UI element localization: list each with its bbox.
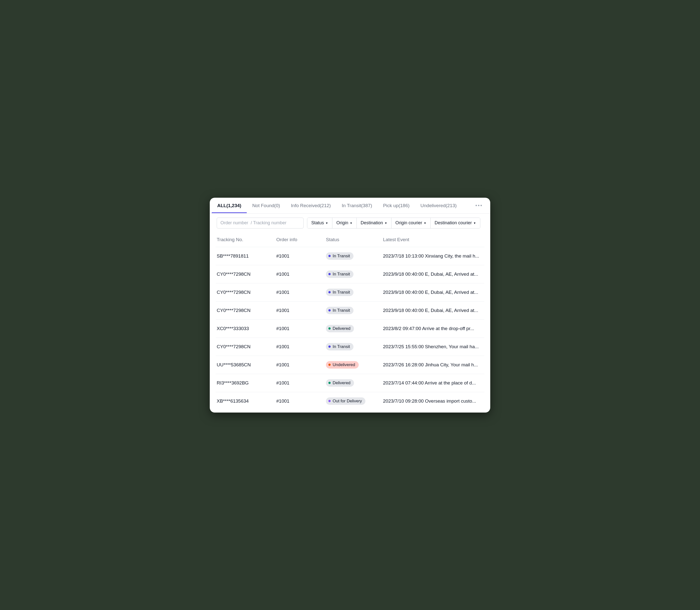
filter-status-label: Status xyxy=(311,220,324,226)
table-row[interactable]: CY0****7298CN#1001In Transit2023/9/18 00… xyxy=(216,283,484,301)
cell-status: In Transit xyxy=(326,343,383,351)
filter-origin[interactable]: Origin ▼ xyxy=(332,218,356,228)
status-label: Delivered xyxy=(333,381,350,385)
table-row[interactable]: CY0****7298CN#1001In Transit2023/7/25 15… xyxy=(216,338,484,356)
caret-down-icon: ▼ xyxy=(424,222,427,225)
filter-destination[interactable]: Destination ▼ xyxy=(356,218,391,228)
caret-down-icon: ▼ xyxy=(326,222,328,225)
status-badge: Delivered xyxy=(326,379,354,387)
cell-tracking: UU****53685CN xyxy=(217,362,276,368)
status-badge: In Transit xyxy=(326,271,353,278)
status-dot-icon xyxy=(329,327,331,330)
cell-event: 2023/9/18 00:40:00 E, Dubai, AE, Arrived… xyxy=(383,290,483,295)
table-row[interactable]: XC0****333033#1001Delivered2023/8/2 09:4… xyxy=(216,319,484,338)
status-label: In Transit xyxy=(333,290,350,295)
cell-order: #1001 xyxy=(276,326,326,331)
cell-tracking: RI3****3692BG xyxy=(217,380,276,386)
cell-status: In Transit xyxy=(326,271,383,278)
status-badge: In Transit xyxy=(326,252,353,260)
cell-event: 2023/7/26 16:28:00 Jinhua City, Your mai… xyxy=(383,362,483,368)
tab-in-transit[interactable]: In Transit(387) xyxy=(336,198,378,213)
cell-status: In Transit xyxy=(326,307,383,314)
cell-status: In Transit xyxy=(326,289,383,296)
filter-status[interactable]: Status ▼ xyxy=(307,218,332,228)
status-dot-icon xyxy=(329,255,331,257)
cell-status: Delivered xyxy=(326,379,383,387)
cell-status: Undelivered xyxy=(326,361,383,369)
tabs-bar: ALL(1,234) Not Found(0) Info Received(21… xyxy=(210,198,490,213)
tab-not-found[interactable]: Not Found(0) xyxy=(247,198,285,213)
tab-all[interactable]: ALL(1,234) xyxy=(212,198,247,213)
cell-order: #1001 xyxy=(276,398,326,404)
search-input[interactable] xyxy=(217,218,304,228)
col-order: Order info xyxy=(276,237,326,242)
cell-tracking: CY0****7298CN xyxy=(217,344,276,350)
table-body: SB****7891811#1001In Transit2023/7/18 10… xyxy=(216,247,484,410)
status-label: In Transit xyxy=(333,344,350,349)
status-label: In Transit xyxy=(333,254,350,259)
cell-tracking: CY0****7298CN xyxy=(217,271,276,277)
cell-tracking: CY0****7298CN xyxy=(217,290,276,295)
table: Tracking No. Order info Status Latest Ev… xyxy=(210,230,490,410)
tab-info-received[interactable]: Info Received(212) xyxy=(285,198,336,213)
cell-event: 2023/7/25 15:55:00 Shenzhen, Your mail h… xyxy=(383,344,483,350)
cell-event: 2023/7/18 10:13:00 Xinxiang City, the ma… xyxy=(383,253,483,259)
table-row[interactable]: UU****53685CN#1001Undelivered2023/7/26 1… xyxy=(216,356,484,374)
filter-destination-courier[interactable]: Destination courier ▼ xyxy=(430,218,480,228)
cell-tracking: XC0****333033 xyxy=(217,326,276,331)
status-badge: Undelivered xyxy=(326,361,359,369)
filter-group-1: Status ▼ Origin ▼ Destination ▼ Origin c… xyxy=(307,218,480,228)
status-badge: In Transit xyxy=(326,307,353,314)
caret-down-icon: ▼ xyxy=(473,222,476,225)
cell-order: #1001 xyxy=(276,253,326,259)
status-dot-icon xyxy=(329,273,331,275)
status-label: Delivered xyxy=(333,326,350,331)
filter-origin-label: Origin xyxy=(336,220,348,226)
cell-status: In Transit xyxy=(326,252,383,260)
table-row[interactable]: CY0****7298CN#1001In Transit2023/9/18 00… xyxy=(216,265,484,283)
status-dot-icon xyxy=(329,309,331,311)
table-row[interactable]: CY0****7298CN#1001In Transit2023/9/18 00… xyxy=(216,301,484,319)
status-label: Undelivered xyxy=(333,363,355,367)
cell-tracking: SB****7891811 xyxy=(217,253,276,259)
table-row[interactable]: RI3****3692BG#1001Delivered2023/7/14 07:… xyxy=(216,374,484,392)
tab-pick-up[interactable]: Pick up(186) xyxy=(378,198,415,213)
cell-order: #1001 xyxy=(276,308,326,313)
status-dot-icon xyxy=(329,291,331,293)
status-label: In Transit xyxy=(333,272,350,277)
tracking-panel: ALL(1,234) Not Found(0) Info Received(21… xyxy=(210,198,490,413)
more-tabs-icon[interactable]: ••• xyxy=(470,198,488,213)
table-header: Tracking No. Order info Status Latest Ev… xyxy=(216,230,484,247)
cell-tracking: XB****6135634 xyxy=(217,398,276,404)
cell-tracking: CY0****7298CN xyxy=(217,308,276,313)
status-label: In Transit xyxy=(333,308,350,313)
status-badge: Out for Delivery xyxy=(326,397,365,405)
filter-destination-label: Destination xyxy=(361,220,383,226)
col-event: Latest Event xyxy=(383,237,483,242)
cell-order: #1001 xyxy=(276,271,326,277)
col-status: Status xyxy=(326,237,383,242)
status-dot-icon xyxy=(329,364,331,366)
status-dot-icon xyxy=(329,400,331,402)
tab-undelivered[interactable]: Undelivered(213) xyxy=(415,198,462,213)
caret-down-icon: ▼ xyxy=(350,222,352,225)
cell-order: #1001 xyxy=(276,290,326,295)
cell-order: #1001 xyxy=(276,380,326,386)
cell-status: Delivered xyxy=(326,325,383,332)
table-row[interactable]: XB****6135634#1001Out for Delivery2023/7… xyxy=(216,392,484,410)
status-label: Out for Delivery xyxy=(333,399,362,404)
cell-event: 2023/9/18 00:40:00 E, Dubai, AE, Arrived… xyxy=(383,308,483,313)
cell-event: 2023/7/10 09:28:00 Overseas import custo… xyxy=(383,398,483,404)
cell-event: 2023/7/14 07:44:00 Arrive at the place o… xyxy=(383,380,483,386)
status-badge: Delivered xyxy=(326,325,354,332)
col-tracking: Tracking No. xyxy=(217,237,276,242)
filter-origin-courier-label: Origin courier xyxy=(396,220,422,226)
cell-order: #1001 xyxy=(276,344,326,350)
filter-origin-courier[interactable]: Origin courier ▼ xyxy=(391,218,430,228)
status-badge: In Transit xyxy=(326,289,353,296)
caret-down-icon: ▼ xyxy=(384,222,387,225)
table-row[interactable]: SB****7891811#1001In Transit2023/7/18 10… xyxy=(216,247,484,265)
status-badge: In Transit xyxy=(326,343,353,351)
filter-destination-courier-label: Destination courier xyxy=(435,220,472,226)
status-dot-icon xyxy=(329,382,331,384)
